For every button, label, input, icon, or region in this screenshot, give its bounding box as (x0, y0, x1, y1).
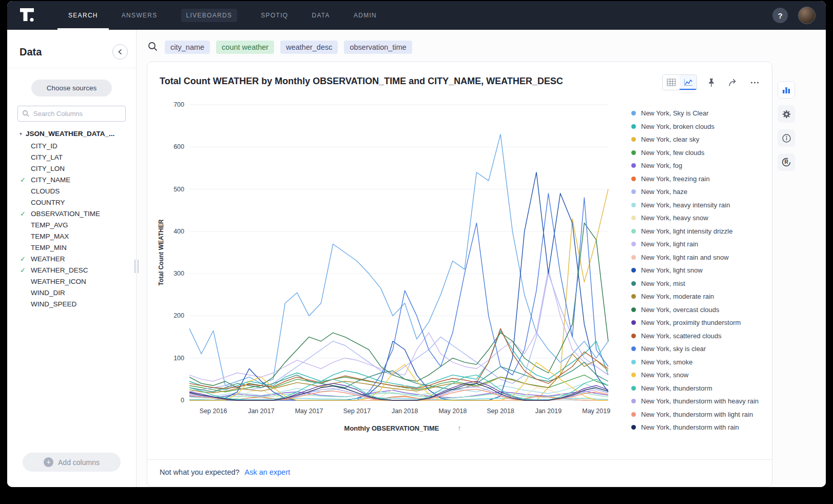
legend-item-new-york-thunderstorm-with-rain[interactable]: New York, thunderstorm with rain (631, 421, 767, 434)
legend-dot (631, 425, 636, 430)
legend-label: New York, light rain and snow (641, 254, 729, 261)
column-label: WIND_DIR (31, 289, 65, 297)
share-button[interactable] (726, 75, 740, 90)
panel-resize-handle[interactable] (134, 260, 139, 273)
legend-item-new-york-broken-clouds[interactable]: New York, broken clouds (631, 120, 767, 133)
column-item-clouds[interactable]: CLOUDS (20, 186, 130, 197)
nav-item-search[interactable]: SEARCH (56, 1, 110, 30)
collapse-panel-button[interactable] (112, 44, 128, 60)
legend-item-new-york-thunderstorm-with-light-rain[interactable]: New York, thunderstorm with light rain (631, 408, 767, 421)
nav-item-admin[interactable]: ADMIN (342, 1, 389, 30)
column-item-city-id[interactable]: CITY_ID (20, 141, 130, 152)
legend-label: New York, thunderstorm (641, 384, 712, 392)
column-item-weather-icon[interactable]: WEATHER_ICON (20, 276, 130, 287)
column-search-input[interactable] (17, 106, 126, 122)
column-item-country[interactable]: COUNTRY (20, 197, 130, 208)
legend-item-new-york-sky-is-clear[interactable]: New York, Sky is Clear (631, 107, 767, 120)
y-tick-label: 600 (173, 143, 184, 150)
search-bar[interactable]: city_namecount weatherweather_descobserv… (148, 41, 812, 54)
chart-svg[interactable]: 0100200300400500600700Sep 2016Jan 2017Ma… (157, 92, 613, 422)
legend-item-new-york-freezing-rain[interactable]: New York, freezing rain (631, 172, 767, 186)
legend-dot (631, 229, 636, 234)
y-axis-title: Total Count WEATHER (158, 219, 165, 285)
legend-item-new-york-light-rain-and-snow[interactable]: New York, light rain and snow (631, 251, 767, 264)
column-item-temp-max[interactable]: TEMP_MAX (20, 231, 130, 242)
help-button[interactable]: ? (772, 8, 788, 23)
r-analysis-button[interactable]: R (778, 153, 795, 171)
column-item-wind-speed[interactable]: WIND_SPEED (20, 299, 130, 310)
legend-item-new-york-smoke[interactable]: New York, smoke (631, 356, 767, 369)
nav-item-data[interactable]: DATA (300, 1, 341, 30)
avatar[interactable] (798, 7, 816, 24)
nav-item-spotiq[interactable]: SPOTIQ (249, 1, 300, 30)
legend-item-new-york-heavy-snow[interactable]: New York, heavy snow (631, 211, 767, 225)
legend-item-new-york-overcast-clouds[interactable]: New York, overcast clouds (631, 303, 767, 317)
change-visualization-button[interactable] (778, 81, 795, 99)
search-token-observation-time[interactable]: observation_time (344, 41, 412, 54)
series-line-new-york-light-rain[interactable] (189, 269, 608, 381)
legend-label: New York, heavy snow (641, 214, 708, 222)
gear-icon (782, 110, 791, 119)
table-view-button[interactable] (663, 75, 680, 90)
legend-dot (631, 386, 636, 391)
legend-item-new-york-fog[interactable]: New York, fog (631, 159, 767, 172)
legend-item-new-york-moderate-rain[interactable]: New York, moderate rain (631, 290, 767, 303)
search-token-weather-desc[interactable]: weather_desc (280, 41, 338, 54)
series-line-new-york-sky-is-clear[interactable] (189, 193, 608, 400)
ask-an-expert-link[interactable]: Ask an expert (245, 468, 290, 476)
add-columns-button[interactable]: + Add columns (23, 453, 121, 472)
column-item-city-name[interactable]: ✓CITY_NAME (20, 175, 130, 186)
search-token-city-name[interactable]: city_name (165, 41, 210, 54)
y-tick-label: 300 (173, 270, 184, 277)
footer-question: Not what you expected? (160, 468, 240, 476)
column-item-temp-avg[interactable]: TEMP_AVG (20, 220, 130, 231)
column-item-temp-min[interactable]: TEMP_MIN (20, 242, 130, 254)
nav-item-answers[interactable]: ANSWERS (110, 1, 169, 30)
legend-item-new-york-light-snow[interactable]: New York, light snow (631, 264, 767, 277)
legend-item-new-york-clear-sky[interactable]: New York, clear sky (631, 133, 767, 146)
chart-settings-button[interactable] (778, 105, 795, 123)
column-item-observation-time[interactable]: ✓OBSERVATION_TIME (20, 208, 130, 220)
info-button[interactable] (778, 129, 795, 147)
legend-label: New York, sky is clear (641, 345, 706, 353)
top-navbar: SEARCHANSWERSLIVEBOARDSSPOTIQDATAADMIN ? (7, 1, 826, 30)
legend-dot (631, 412, 636, 417)
search-token-count-weather[interactable]: count weather (216, 41, 274, 54)
search-icon (148, 42, 158, 53)
chart-view-button[interactable] (680, 75, 696, 90)
sort-ascending-icon[interactable]: ↑ (457, 424, 461, 432)
legend-dot (631, 163, 636, 168)
legend-item-new-york-mist[interactable]: New York, mist (631, 277, 767, 290)
legend-item-new-york-few-clouds[interactable]: New York, few clouds (631, 146, 767, 160)
choose-sources-button[interactable]: Choose sources (31, 80, 112, 96)
column-item-city-lon[interactable]: CITY_LON (20, 163, 130, 175)
pin-button[interactable] (704, 75, 719, 90)
y-tick-label: 500 (173, 186, 184, 193)
legend-item-new-york-snow[interactable]: New York, snow (631, 369, 767, 382)
legend-item-new-york-sky-is-clear[interactable]: New York, sky is clear (631, 342, 767, 356)
legend-item-new-york-light-intensity-drizzle[interactable]: New York, light intensity drizzle (631, 225, 767, 238)
legend-item-new-york-scattered-clouds[interactable]: New York, scattered clouds (631, 329, 767, 343)
series-line-new-york-sky-is-clear[interactable] (189, 134, 608, 386)
column-label: TEMP_MIN (31, 244, 67, 251)
column-item-wind-dir[interactable]: WIND_DIR (20, 287, 130, 299)
nav-item-liveboards[interactable]: LIVEBOARDS (169, 1, 249, 30)
legend-item-new-york-thunderstorm-with-heavy-rain[interactable]: New York, thunderstorm with heavy rain (631, 395, 767, 408)
legend-item-new-york-light-rain[interactable]: New York, light rain (631, 238, 767, 251)
legend-item-new-york-thunderstorm[interactable]: New York, thunderstorm (631, 382, 767, 395)
legend-dot (631, 281, 636, 286)
column-item-city-lat[interactable]: CITY_LAT (20, 152, 130, 163)
column-search (17, 106, 126, 122)
series-line-new-york-scattered-clouds[interactable] (189, 328, 608, 389)
more-options-button[interactable] (747, 75, 762, 90)
column-tree: ▾ JSON_WEATHER_DATA_... CITY_IDCITY_LATC… (7, 130, 136, 310)
y-tick-label: 0 (181, 397, 184, 404)
legend-item-new-york-heavy-intensity-rain[interactable]: New York, heavy intensity rain (631, 199, 767, 212)
legend-item-new-york-proximity-thunderstorm[interactable]: New York, proximity thunderstorm (631, 316, 767, 329)
column-item-weather[interactable]: ✓WEATHER (20, 254, 130, 265)
table-node[interactable]: ▾ JSON_WEATHER_DATA_... (20, 130, 130, 138)
column-item-weather-desc[interactable]: ✓WEATHER_DESC (20, 265, 130, 276)
thoughtspot-logo[interactable] (18, 7, 49, 24)
x-tick-label: May 2018 (438, 408, 467, 415)
legend-item-new-york-haze[interactable]: New York, haze (631, 185, 767, 199)
